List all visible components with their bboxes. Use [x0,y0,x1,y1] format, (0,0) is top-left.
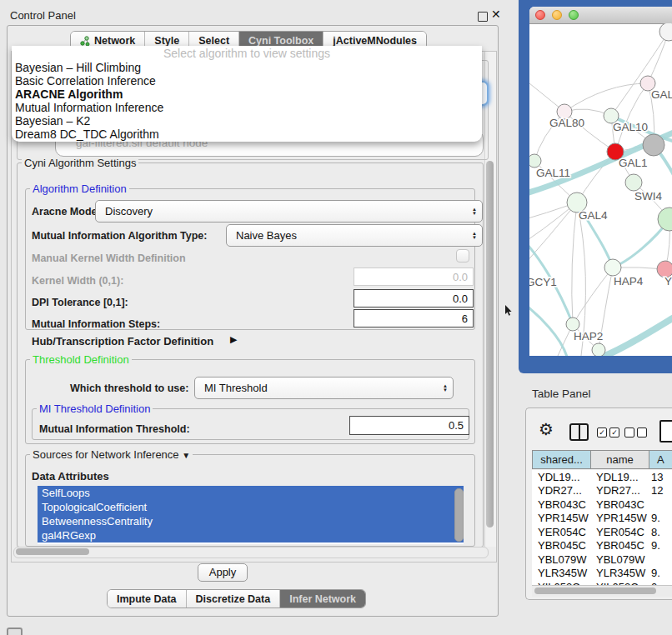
attribute-item-gal4rgexp[interactable]: gal4RGexp [38,528,464,542]
document-icon[interactable] [659,420,672,442]
table-cell[interactable]: YLR345W [532,567,590,579]
table-cell[interactable]: YDR27... [590,484,649,497]
table-cell[interactable]: 9. [649,539,672,552]
tab-discretize-data[interactable]: Discretize Data [186,590,280,608]
select-all-icon[interactable]: ✓✓ [597,428,619,438]
network-node[interactable] [659,23,672,41]
table-cell[interactable]: 9. [649,567,672,579]
table-cell[interactable]: YDL19... [532,471,590,483]
algorithm-option-dream8-dc-tdc-algorithm[interactable]: Dream8 DC_TDC Algorithm [12,128,482,141]
attribute-item-selfloops[interactable]: SelfLoops [38,486,464,500]
expand-right-icon[interactable]: ▶ [230,334,237,345]
tab-infer-network[interactable]: Infer Network [279,590,365,608]
algorithm-definition-legend: Algorithm Definition [30,182,129,195]
columns-icon[interactable] [569,423,589,441]
close-traffic-light-icon[interactable] [535,10,545,20]
zoom-traffic-light-icon[interactable] [569,10,579,20]
gear-icon[interactable]: ⚙ [539,420,554,438]
apply-button[interactable]: Apply [198,563,248,582]
float-window-icon[interactable] [478,12,488,22]
which-threshold-value: MI Threshold [204,382,268,394]
tab-label: Impute Data [117,593,177,605]
algorithm-option-basic-correlation-inference[interactable]: Basic Correlation Inference [12,74,482,88]
table-header-extra[interactable]: A [649,450,672,469]
deselect-all-icon[interactable] [624,428,647,438]
table-row[interactable]: YER054CYER054C8. [532,525,672,539]
network-node-swi4[interactable] [625,174,642,191]
table-cell[interactable]: YER054C [532,526,590,538]
aracne-mode-combobox[interactable]: Discovery ▲▼ [95,200,483,222]
table-cell[interactable]: YPR145W [532,512,590,524]
table-cell[interactable]: 12 [649,484,672,497]
network-node-hap2[interactable] [566,318,579,331]
network-edge [529,202,577,270]
table-row[interactable]: YPR145WYPR145W9. [532,512,672,526]
network-view-window: GALGAL80GAL10GAL1GAL11SWI4GAL4HAP4YGCY1H… [529,7,672,356]
network-window-titlebar[interactable] [529,7,672,24]
network-node[interactable] [592,343,605,356]
network-node[interactable] [658,208,672,231]
table-header-name[interactable]: name [590,450,649,469]
threshold-definition-legend: Threshold Definition [30,353,132,366]
tab-label: Cyni Toolbox [248,35,313,47]
table-row[interactable]: YBR043CYBR043C [532,498,672,512]
mi-threshold-legend: MI Threshold Definition [37,402,153,415]
attribute-item-betweennesscentrality[interactable]: BetweennessCentrality [38,514,464,528]
table-header-shared[interactable]: shared... [532,450,591,469]
kernel-width-field[interactable]: 0.0 [354,268,474,286]
table-cell[interactable]: YDL19... [590,471,649,483]
table-row[interactable]: YDR27...YDR27...12 [532,484,672,498]
table-cell[interactable]: YBR043C [590,498,649,511]
network-node-label: SWI4 [634,190,662,202]
table-row[interactable]: YBL079WYBL079W [532,552,672,567]
spinner-arrows-icon: ▲▼ [443,384,448,392]
network-edge [573,268,613,324]
network-node-hap4[interactable] [604,259,621,276]
table-cell[interactable]: YDR27... [532,484,590,497]
table-row[interactable]: YDL19...YDL19...13 [532,470,672,484]
table-cell[interactable]: 13 [649,471,672,483]
table-cell[interactable]: YBR043C [532,498,590,511]
table-cell[interactable]: YPR145W [590,512,649,524]
mouse-cursor [505,305,514,317]
network-node-label: GAL4 [579,209,608,222]
collapse-down-icon[interactable]: ▼ [182,451,190,460]
table-row[interactable]: YBR045CYBR045C9. [532,539,672,553]
dock-icon[interactable] [7,628,23,635]
which-threshold-combobox[interactable]: MI Threshold ▲▼ [194,377,454,399]
network-node-label: HAP2 [574,330,603,342]
algorithm-option-bayesian-k2[interactable]: Bayesian – K2 [12,114,482,128]
network-node[interactable] [643,134,664,156]
minimize-traffic-light-icon[interactable] [552,10,562,20]
table-cell[interactable]: YBR045C [532,539,590,552]
manual-kernel-checkbox[interactable] [456,249,469,262]
tab-impute-data[interactable]: Impute Data [108,590,186,608]
algorithm-option-aracne-algorithm[interactable]: ARACNE Algorithm [12,88,482,101]
dpi-tolerance-field[interactable]: 0.0 [354,289,474,308]
network-node-label: GAL1 [619,157,648,169]
kernel-width-label: Kernel Width (0,1): [32,275,123,287]
table-cell[interactable]: YBR045C [590,539,649,552]
network-canvas[interactable]: GALGAL80GAL10GAL1GAL11SWI4GAL4HAP4YGCY1H… [529,23,672,356]
settings-hscrollbar-thumb[interactable] [16,548,89,555]
mi-threshold-field[interactable]: 0.5 [349,416,469,435]
settings-vscrollbar-thumb[interactable] [486,161,494,528]
network-node-gal11[interactable] [529,154,541,168]
table-cell[interactable]: YBL079W [532,553,590,566]
network-node-label: GAL11 [536,167,570,179]
algorithm-option-mutual-information-inference[interactable]: Mutual Information Inference [12,101,482,114]
table-cell[interactable]: 8. [649,526,672,538]
table-row[interactable]: YLR345WYLR345W9. [532,567,672,581]
table-cell[interactable]: 9. [649,512,672,524]
close-icon[interactable]: ✕ [491,8,501,21]
mi-steps-field[interactable]: 6 [354,309,474,328]
algorithm-option-bayesian-hill-climbing[interactable]: Bayesian – Hill Climbing [12,61,482,74]
table-cell[interactable]: YER054C [590,526,649,538]
table-cell[interactable]: YLR345W [590,567,649,579]
table-hscrollbar-thumb[interactable] [534,588,656,594]
table-cell[interactable]: YBL079W [590,553,649,566]
mi-type-combobox[interactable]: Naive Bayes ▲▼ [226,224,483,247]
aracne-mode-label: Aracne Mode: [32,206,101,218]
attributes-scrollbar-thumb[interactable] [454,488,464,542]
attribute-item-topologicalcoefficient[interactable]: TopologicalCoefficient [38,500,464,514]
